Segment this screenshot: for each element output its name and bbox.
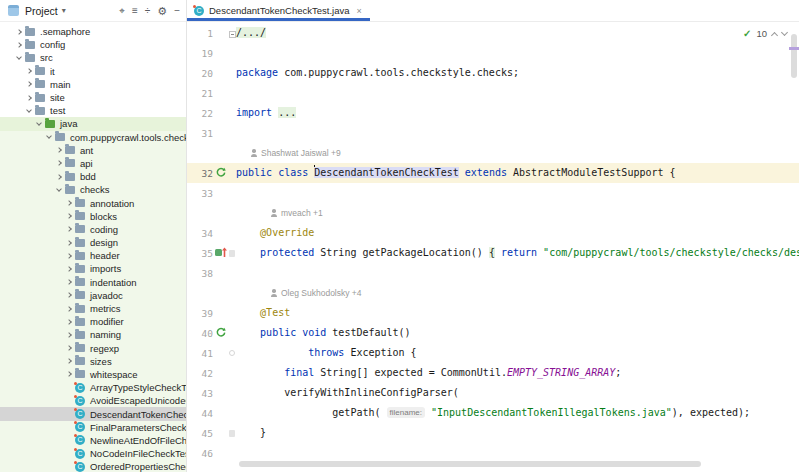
tree-item[interactable]: modifier [0,315,186,328]
chevron-closed-icon[interactable] [54,175,63,179]
chevron-closed-icon[interactable] [64,267,73,271]
chevron-closed-icon[interactable] [64,280,73,284]
chevron-open-icon[interactable] [34,123,43,125]
fold-marker-icon[interactable] [229,250,235,257]
chevron-open-icon[interactable] [54,189,63,191]
tree-item[interactable]: javadoc [0,289,186,302]
chevron-closed-icon[interactable] [64,307,73,311]
tree-item[interactable]: site [0,91,186,104]
tree-item[interactable]: it [0,65,186,78]
tree-item[interactable]: design [0,236,186,249]
tree-item[interactable]: CNoCodeInFileCheckTest [0,447,186,460]
tree-item[interactable]: indentation [0,276,186,289]
fold-marker-icon[interactable] [229,350,235,356]
locate-file-icon[interactable]: ⌖ [119,6,125,16]
code-line[interactable]: 21 [187,83,799,103]
chevron-closed-icon[interactable] [64,346,73,350]
code-line[interactable]: 34 @Override [187,223,799,243]
tree-item[interactable]: regexp [0,342,186,355]
tree-item[interactable]: CAvoidEscapedUnicodeCharactersCheckTest [0,394,186,407]
chevron-closed-icon[interactable] [64,241,73,245]
run-test-icon[interactable] [215,164,226,182]
previous-issue-icon[interactable] [771,31,778,38]
code-line[interactable]: 45 } [187,423,799,443]
chevron-closed-icon[interactable] [14,43,23,47]
tree-item[interactable]: header [0,249,186,262]
code-line[interactable]: 33 [187,183,799,203]
code-vision-authors[interactable]: Shashwat Jaiswal +9 [187,143,799,163]
code-line[interactable]: 38 [187,263,799,283]
chevron-closed-icon[interactable] [64,254,73,258]
gear-icon[interactable]: ⚙ [157,6,167,16]
tree-item[interactable]: blocks [0,210,186,223]
tree-item[interactable]: coding [0,223,186,236]
tree-item[interactable]: config [0,38,186,51]
chevron-open-icon[interactable] [44,136,53,138]
tree-item[interactable]: annotation [0,196,186,209]
chevron-closed-icon[interactable] [64,359,73,363]
chevron-down-icon[interactable]: ▾ [62,6,66,15]
chevron-closed-icon[interactable] [24,82,33,86]
code-line[interactable]: 20package com.puppycrawl.tools.checkstyl… [187,63,799,83]
tree-item[interactable]: com.puppycrawl.tools.checkstyle [0,131,186,144]
tree-item[interactable]: whitespace [0,368,186,381]
code-line[interactable]: 40 public void testDefault() [187,323,799,343]
close-icon[interactable]: × [356,6,361,16]
tree-item[interactable]: imports [0,262,186,275]
code-line[interactable]: 32public class DescendantTokenCheckTest … [187,163,799,183]
collapse-all-icon[interactable]: ÷ [145,6,151,16]
tab-descendant-token-check-test[interactable]: C DescendantTokenCheckTest.java × [187,0,370,21]
chevron-closed-icon[interactable] [64,227,73,231]
code-line[interactable]: 1/.../ [187,23,799,43]
tree-item[interactable]: .semaphore [0,25,186,38]
vertical-scrollbar[interactable] [791,34,797,78]
expand-all-icon[interactable]: ≡ [132,6,138,16]
tree-item[interactable]: metrics [0,302,186,315]
chevron-closed-icon[interactable] [24,69,33,73]
horizontal-scrollbar[interactable] [239,461,701,467]
tree-item[interactable]: COrderedPropertiesCheckTest [0,460,186,472]
code-line[interactable]: 39 @Test [187,303,799,323]
code-vision-authors[interactable]: mveach +1 [187,203,799,223]
code-vision-authors[interactable]: Oleg Sukhodolsky +4 [187,283,799,303]
tree-item[interactable]: test [0,104,186,117]
tree-item[interactable]: naming [0,328,186,341]
tree-item[interactable]: checks [0,183,186,196]
chevron-closed-icon[interactable] [64,372,73,376]
code-line[interactable]: 31 [187,123,799,143]
code-line[interactable]: 19 [187,43,799,63]
tree-item[interactable]: CDescendantTokenCheckTest [0,407,186,420]
run-test-icon[interactable] [215,324,226,342]
chevron-closed-icon[interactable] [64,201,73,205]
chevron-closed-icon[interactable] [64,293,73,297]
chevron-closed-icon[interactable] [54,148,63,152]
project-panel-title[interactable]: Project [25,5,58,17]
editor-body[interactable]: 1/.../1920package com.puppycrawl.tools.c… [187,22,799,472]
chevron-closed-icon[interactable] [24,96,33,100]
code-line[interactable]: 44 getPath( filename: "InputDescendantTo… [187,403,799,423]
tree-item[interactable]: src [0,51,186,64]
tree-item[interactable]: sizes [0,355,186,368]
tree-item[interactable]: CNewlineAtEndOfFileCheckTest [0,434,186,447]
code-line[interactable]: 41 throws Exception { [187,343,799,363]
tree-item[interactable]: CArrayTypeStyleCheckTest [0,381,186,394]
code-line[interactable]: 43 verifyWithInlineConfigParser( [187,383,799,403]
code-line[interactable]: 46 [187,443,799,463]
chevron-closed-icon[interactable] [64,214,73,218]
tree-item[interactable]: ant [0,144,186,157]
overriding-method-icon[interactable] [215,244,227,262]
tree-item[interactable]: CFinalParametersCheckTest [0,421,186,434]
hide-panel-icon[interactable]: − [174,6,180,16]
next-issue-icon[interactable] [781,29,788,36]
tree-item[interactable]: api [0,157,186,170]
chevron-closed-icon[interactable] [64,333,73,337]
code-line[interactable]: 35 protected String getPackageLocation()… [187,243,799,263]
chevron-closed-icon[interactable] [64,320,73,324]
tree-item[interactable]: main [0,78,186,91]
tree-item[interactable]: java [0,117,186,130]
chevron-open-icon[interactable] [24,110,33,112]
inspections-widget[interactable]: ✓ 10 [741,27,789,40]
chevron-open-icon[interactable] [14,57,23,59]
chevron-closed-icon[interactable] [54,161,63,165]
fold-expand-icon[interactable] [229,24,236,42]
